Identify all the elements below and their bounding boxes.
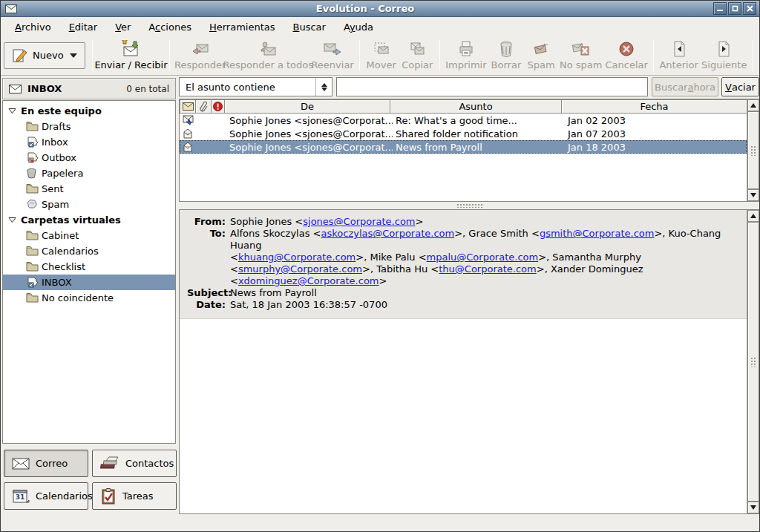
- send-receive-button[interactable]: Enviar / Recibir: [96, 39, 166, 72]
- column-header-attachment[interactable]: [195, 99, 212, 114]
- folder-drafts[interactable]: Drafts: [3, 119, 175, 134]
- subject-cell: News from Payroll: [393, 142, 565, 153]
- header-text: >, Samantha Murphy: [538, 252, 641, 263]
- delete-icon: [497, 40, 516, 58]
- message-list-scrollbar[interactable]: [747, 99, 759, 201]
- statusbar: [1, 515, 759, 532]
- folder-calendarios[interactable]: Calendarios: [3, 243, 175, 259]
- switcher-correo[interactable]: Correo: [4, 450, 88, 477]
- email-link[interactable]: sjones@Corporate.com: [303, 216, 415, 227]
- folder-papelera[interactable]: Papelera: [3, 165, 175, 181]
- column-header-fecha[interactable]: Fecha: [561, 99, 747, 114]
- app-mail-icon: [5, 4, 17, 13]
- mail-open-icon: [180, 142, 196, 152]
- new-button-label: Nuevo: [33, 50, 64, 61]
- expander-icon[interactable]: [8, 217, 16, 223]
- menu-acciones[interactable]: Acciones: [140, 19, 200, 35]
- message-headers: From: Sophie Jones <sjones@Corporate.com…: [180, 210, 747, 319]
- email-link[interactable]: khuang@Corporate.com: [238, 252, 356, 263]
- folder-inbox[interactable]: INBOX: [3, 275, 175, 290]
- message-row[interactable]: Sophie Jones <sjones@Corporat...Shared f…: [180, 127, 747, 140]
- tree-group-carpetas-virtuales[interactable]: Carpetas virtuales: [3, 212, 175, 228]
- copy-button[interactable]: Copiar: [399, 39, 436, 72]
- email-link[interactable]: smurphy@Corporate.com: [238, 263, 362, 275]
- folder-checklist[interactable]: Checklist: [3, 259, 175, 275]
- column-header-mail-status[interactable]: [180, 99, 196, 114]
- preview-scrollbar[interactable]: [747, 210, 759, 513]
- column-header-asunto[interactable]: Asunto: [390, 99, 562, 114]
- no-spam-button[interactable]: No spam: [558, 39, 604, 72]
- scroll-thumb[interactable]: [747, 111, 759, 189]
- email-link[interactable]: askoczylas@Corporate.com: [321, 228, 455, 239]
- menu-herramientas[interactable]: Herramientas: [201, 19, 284, 35]
- reply-button[interactable]: Responder: [174, 39, 226, 72]
- delete-button[interactable]: Borrar: [488, 39, 524, 72]
- scroll-up-button[interactable]: [747, 99, 759, 111]
- spam-button[interactable]: Spam: [524, 39, 558, 72]
- email-link[interactable]: mpalu@Corporate.com: [427, 252, 539, 263]
- scroll-down-button[interactable]: [747, 189, 759, 201]
- switcher-contactos[interactable]: Contactos: [92, 450, 177, 477]
- message-row[interactable]: Sophie Jones <sjones@Corporat...Re: What…: [180, 114, 747, 127]
- folder-cabinet[interactable]: Cabinet: [3, 228, 175, 243]
- folder-outbox[interactable]: Outbox: [3, 150, 175, 165]
- email-link[interactable]: xdominguez@Corporate.com: [238, 275, 379, 286]
- toolbar-separator: [169, 40, 170, 71]
- from-value: Sophie Jones <sjones@Corporate.com>: [230, 216, 739, 228]
- move-button[interactable]: Mover: [364, 39, 399, 72]
- to-line: Alfons Skoczylas <askoczylas@Corporate.c…: [230, 228, 739, 252]
- splitter-grip[interactable]: [456, 203, 483, 208]
- new-button[interactable]: Nuevo: [4, 42, 85, 69]
- maximize-button[interactable]: [728, 2, 741, 15]
- cancel-button[interactable]: Cancelar: [604, 39, 649, 72]
- menu-ayuda[interactable]: Ayuda: [335, 19, 381, 35]
- folder-header-bar[interactable]: INBOX 0 en total: [2, 78, 176, 99]
- titlebar[interactable]: Evolution - Correo: [1, 1, 759, 17]
- scroll-up-button[interactable]: [747, 210, 759, 222]
- next-button[interactable]: Siguiente: [700, 39, 748, 72]
- email-link[interactable]: gsmith@Corporate.com: [540, 228, 655, 239]
- toolbar-separator: [653, 40, 654, 71]
- switcher-tareas[interactable]: Tareas: [92, 482, 177, 510]
- horizontal-splitter[interactable]: [179, 203, 760, 208]
- close-button[interactable]: [743, 2, 756, 15]
- scroll-thumb[interactable]: [747, 222, 759, 502]
- search-input[interactable]: [336, 77, 648, 96]
- menubar: ArchivoEditarVerAccionesHerramientasBusc…: [1, 18, 759, 36]
- folder-spam[interactable]: Spam: [3, 197, 175, 212]
- forward-button[interactable]: Reenviar: [309, 39, 355, 72]
- menu-archivo[interactable]: Archivo: [7, 19, 59, 35]
- cancel-icon: [617, 40, 636, 58]
- junk-icon: [26, 199, 39, 210]
- menu-buscar[interactable]: Buscar: [284, 19, 333, 35]
- menu-ver[interactable]: Ver: [107, 19, 139, 35]
- folder-no-coincidente[interactable]: No coincidente: [3, 290, 175, 306]
- folder-sent[interactable]: Sent: [3, 181, 175, 197]
- folder-icon: [26, 230, 39, 241]
- switcher-calendarios[interactable]: 31Calendarios: [4, 482, 88, 510]
- message-row[interactable]: Sophie Jones <sjones@Corporat...News fro…: [180, 140, 747, 154]
- minimize-button[interactable]: [713, 2, 727, 15]
- previous-button[interactable]: Anterior: [658, 39, 701, 72]
- no-spam-icon: [571, 40, 591, 58]
- expander-icon[interactable]: [8, 108, 16, 114]
- combo-spinner-icon[interactable]: [315, 78, 332, 96]
- toolbar-separator: [92, 40, 93, 71]
- search-now-button[interactable]: Buscar ahora: [652, 77, 718, 96]
- print-button[interactable]: Imprimir: [444, 39, 488, 72]
- column-header-de[interactable]: De: [224, 99, 390, 114]
- folder-inbox[interactable]: Inbox: [3, 134, 175, 150]
- scroll-down-button[interactable]: [747, 502, 759, 513]
- svg-text:31: 31: [16, 493, 25, 501]
- clear-search-button[interactable]: Vaciar: [721, 77, 759, 96]
- reply-all-icon: [258, 40, 278, 58]
- tree-group-en-este-equipo[interactable]: En este equipo: [3, 103, 175, 119]
- reply-all-button[interactable]: Responder a todos: [226, 39, 309, 72]
- folder-header-mail-icon: [9, 85, 22, 93]
- column-header-importance[interactable]: [211, 99, 225, 114]
- email-link[interactable]: thu@Corporate.com: [439, 263, 536, 275]
- toolbar-separator: [752, 40, 753, 71]
- search-filter-select[interactable]: El asunto contiene: [179, 77, 332, 96]
- window-title: Evolution - Correo: [17, 3, 713, 14]
- menu-editar[interactable]: Editar: [61, 19, 106, 35]
